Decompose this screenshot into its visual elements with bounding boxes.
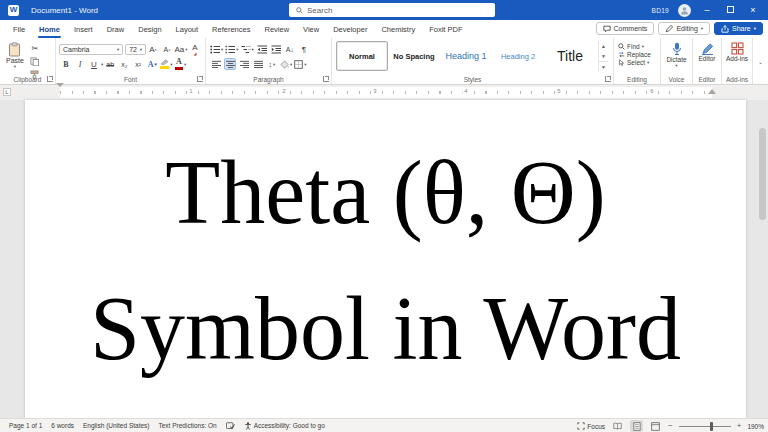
- numbering-button[interactable]: ▾: [225, 43, 238, 55]
- subscript-button[interactable]: x₂: [118, 58, 130, 70]
- paste-button[interactable]: Paste ▾: [6, 42, 24, 80]
- tab-review[interactable]: Review: [257, 20, 296, 38]
- bold-button[interactable]: B: [60, 58, 72, 70]
- document-text[interactable]: Theta (θ, Θ) Symbol in Word: [25, 100, 746, 374]
- zoom-slider[interactable]: [679, 426, 731, 427]
- select-label: Select: [627, 59, 645, 66]
- align-right-button[interactable]: [238, 58, 250, 70]
- document-page[interactable]: Theta (θ, Θ) Symbol in Word: [25, 100, 746, 418]
- spellcheck-button[interactable]: [226, 422, 235, 430]
- style-card-no-spacing[interactable]: No Spacing: [388, 41, 440, 71]
- account-avatar[interactable]: [678, 4, 691, 17]
- minimize-button[interactable]: –: [700, 0, 714, 20]
- shading-button[interactable]: ▾: [280, 58, 292, 70]
- borders-button[interactable]: ▾: [294, 58, 306, 70]
- share-button[interactable]: Share ▾: [714, 22, 763, 35]
- editor-button[interactable]: Editor: [693, 38, 721, 62]
- select-button[interactable]: Select ▾: [614, 58, 660, 66]
- zoom-out-button[interactable]: −: [668, 422, 673, 430]
- comments-button[interactable]: Comments: [596, 22, 655, 35]
- copy-button[interactable]: [29, 55, 41, 67]
- italic-button[interactable]: I: [74, 58, 86, 70]
- zoom-slider-thumb[interactable]: [710, 422, 713, 431]
- font-name-select[interactable]: Cambria ▾: [59, 44, 123, 55]
- tab-design[interactable]: Design: [131, 20, 168, 38]
- font-color-button[interactable]: A ▾: [175, 58, 187, 70]
- highlight-color-button[interactable]: ▾: [160, 58, 172, 70]
- align-left-button[interactable]: [210, 58, 222, 70]
- zoom-level[interactable]: 190%: [747, 423, 764, 430]
- tab-foxit-pdf[interactable]: Foxit PDF: [422, 20, 469, 38]
- styles-scroll-down-button[interactable]: ▼: [599, 51, 608, 61]
- language-indicator[interactable]: English (United States): [83, 422, 149, 429]
- multilevel-list-button[interactable]: ▾: [241, 43, 254, 55]
- styles-more-button[interactable]: ▼: [599, 61, 608, 71]
- superscript-button[interactable]: x²: [132, 58, 144, 70]
- tab-selector[interactable]: L: [3, 88, 11, 96]
- increase-indent-button[interactable]: [270, 43, 282, 55]
- clipboard-dialog-launcher[interactable]: [47, 76, 53, 82]
- read-mode-view-button[interactable]: [611, 420, 624, 432]
- justify-button[interactable]: [252, 58, 264, 70]
- align-center-button[interactable]: [224, 58, 236, 70]
- chevron-down-icon[interactable]: ▾: [101, 62, 103, 67]
- addins-button[interactable]: Add-ins: [722, 38, 752, 62]
- styles-scroll-up-button[interactable]: ▲: [599, 41, 608, 51]
- tab-home[interactable]: Home: [32, 20, 67, 38]
- word-app-icon[interactable]: W: [8, 5, 19, 16]
- dictate-button[interactable]: Dictate ▾: [661, 38, 692, 68]
- text-predictions-indicator[interactable]: Text Predictions: On: [159, 422, 217, 429]
- font-dialog-launcher[interactable]: [197, 76, 203, 82]
- tab-draw[interactable]: Draw: [100, 20, 132, 38]
- style-card-heading-2[interactable]: Heading 2: [492, 41, 544, 71]
- editing-mode-button[interactable]: Editing ▾: [658, 22, 710, 35]
- right-indent-marker[interactable]: [708, 89, 716, 94]
- replace-button[interactable]: Replace: [614, 50, 660, 58]
- style-normal-label: Normal: [349, 52, 375, 61]
- sort-button[interactable]: A↓: [284, 43, 296, 55]
- style-card-title[interactable]: Title: [544, 41, 596, 71]
- font-color-label: A: [176, 58, 182, 66]
- text-effects-button[interactable]: A▾: [146, 58, 158, 70]
- focus-mode-button[interactable]: Focus: [577, 422, 605, 430]
- search-box[interactable]: Search: [289, 3, 495, 17]
- tab-layout[interactable]: Layout: [169, 20, 206, 38]
- font-size-select[interactable]: 72 ▾: [125, 44, 146, 55]
- shrink-font-button[interactable]: A˅: [161, 43, 173, 55]
- find-button[interactable]: Find ▾: [614, 42, 660, 50]
- group-editing: Find ▾ Replace Select ▾ Editing: [614, 38, 661, 84]
- chevron-down-icon: ▾: [252, 47, 254, 52]
- styles-dialog-launcher[interactable]: [605, 76, 611, 82]
- tab-chemistry[interactable]: Chemistry: [374, 20, 422, 38]
- restore-button[interactable]: [723, 0, 737, 20]
- underline-button[interactable]: U: [88, 58, 100, 70]
- tab-file[interactable]: File: [6, 20, 32, 38]
- bullets-button[interactable]: ▾: [210, 43, 223, 55]
- zoom-in-button[interactable]: +: [737, 422, 742, 430]
- change-case-button[interactable]: Aa▾: [175, 43, 187, 55]
- paragraph-dialog-launcher[interactable]: [323, 76, 329, 82]
- strikethrough-button[interactable]: ab: [104, 58, 116, 70]
- cut-button[interactable]: ✂: [29, 42, 41, 54]
- style-card-normal[interactable]: Normal: [336, 41, 388, 71]
- chevron-down-icon: ▾: [140, 47, 142, 52]
- tab-developer[interactable]: Developer: [326, 20, 374, 38]
- print-layout-view-button[interactable]: [630, 420, 643, 432]
- show-hide-marks-button[interactable]: ¶: [298, 43, 310, 55]
- tab-insert[interactable]: Insert: [67, 20, 100, 38]
- word-count[interactable]: 6 words: [51, 422, 74, 429]
- tab-references[interactable]: References: [205, 20, 257, 38]
- line-spacing-button[interactable]: ↕▾: [266, 58, 278, 70]
- ribbon-collapse-button[interactable]: ⌄: [753, 38, 768, 84]
- page-indicator[interactable]: Page 1 of 1: [9, 422, 42, 429]
- vertical-scrollbar-thumb[interactable]: [759, 128, 766, 220]
- grow-font-button[interactable]: A˄: [147, 43, 159, 55]
- clear-formatting-button[interactable]: A◢: [189, 43, 201, 55]
- web-layout-view-button[interactable]: [649, 420, 662, 432]
- close-button[interactable]: ×: [746, 0, 760, 20]
- style-card-heading-1[interactable]: Heading 1: [440, 41, 492, 71]
- left-indent-marker[interactable]: [56, 87, 64, 98]
- accessibility-status[interactable]: Accessibility: Good to go: [244, 422, 325, 430]
- decrease-indent-button[interactable]: [256, 43, 268, 55]
- tab-view[interactable]: View: [296, 20, 326, 38]
